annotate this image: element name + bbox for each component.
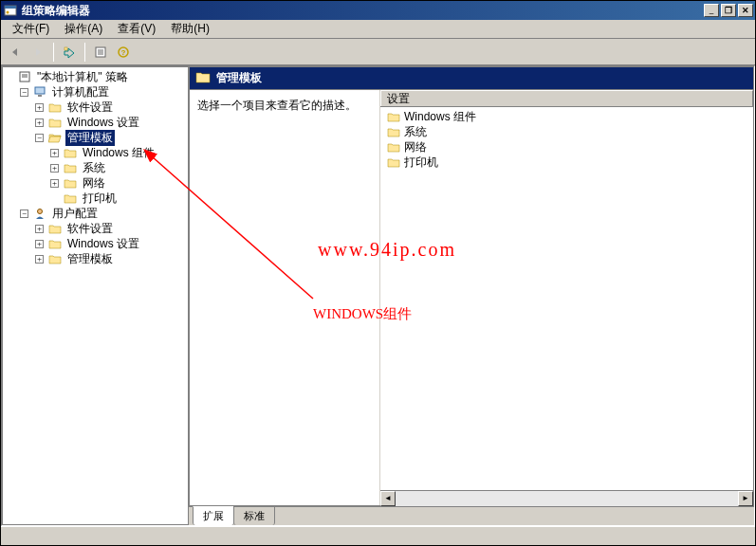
tabs: 扩展 标准: [189, 506, 754, 525]
menu-view[interactable]: 查看(V): [110, 19, 163, 39]
expand-icon[interactable]: +: [35, 103, 44, 112]
svg-rect-14: [38, 95, 42, 97]
collapse-icon[interactable]: −: [35, 134, 44, 142]
window-title: 组策略编辑器: [22, 3, 704, 19]
properties-button[interactable]: [90, 42, 111, 63]
tree-printers[interactable]: 打印机: [50, 191, 186, 206]
tree-software-settings[interactable]: +软件设置: [35, 100, 186, 115]
tree-label: "本地计算机" 策略: [35, 69, 130, 85]
titlebar: 组策略编辑器 _ ❐ ✕: [1, 1, 755, 20]
svg-rect-3: [65, 47, 67, 50]
tree-label-selected: 管理模板: [65, 130, 115, 146]
tree-label: 软件设置: [65, 221, 115, 237]
tree-spacer: [50, 194, 59, 203]
tree-user-software-settings[interactable]: +软件设置: [35, 221, 186, 236]
tree-label: 计算机配置: [50, 84, 111, 100]
list-item-network[interactable]: 网络: [382, 139, 751, 155]
list-item-system[interactable]: 系统: [382, 124, 751, 139]
right-header: 管理模板: [189, 66, 754, 89]
svg-rect-13: [35, 87, 45, 94]
tree-computer-config[interactable]: − 计算机配置: [20, 84, 186, 100]
tab-extended[interactable]: 扩展: [193, 506, 234, 525]
list-body[interactable]: Windows 组件 系统 网络 打印机: [380, 107, 753, 490]
folder-icon: [63, 191, 78, 205]
tree-label: Windows 组件: [81, 145, 157, 161]
scroll-right-button[interactable]: ►: [738, 491, 753, 506]
back-button[interactable]: [5, 42, 26, 63]
expand-icon[interactable]: +: [50, 164, 59, 173]
expand-icon[interactable]: +: [35, 225, 44, 233]
list-item-windows-components[interactable]: Windows 组件: [382, 109, 751, 124]
maximize-button[interactable]: ❐: [721, 4, 736, 17]
tree-label: Windows 设置: [65, 115, 141, 131]
expand-icon[interactable]: +: [35, 255, 44, 264]
collapse-icon[interactable]: −: [20, 88, 28, 97]
tree-user-config[interactable]: −用户配置: [20, 206, 186, 221]
tree-admin-templates[interactable]: −管理模板: [35, 130, 186, 145]
tree-label: 软件设置: [65, 100, 115, 116]
app-icon: [3, 3, 18, 18]
computer-icon: [32, 85, 47, 99]
svg-point-15: [38, 209, 43, 214]
tree-spacer: [5, 73, 13, 82]
svg-text:?: ?: [121, 48, 126, 57]
column-header-settings[interactable]: 设置: [380, 90, 753, 106]
folder-icon: [63, 146, 78, 159]
right-panel: 管理模板 选择一个项目来查看它的描述。 设置 Windows 组件 系统 网络 …: [189, 66, 754, 525]
list-header[interactable]: 设置: [380, 90, 753, 107]
statusbar: [1, 526, 755, 545]
expand-icon[interactable]: +: [35, 240, 44, 248]
tree-root[interactable]: "本地计算机" 策略: [5, 69, 186, 84]
up-button[interactable]: [59, 42, 80, 63]
list-item-printers[interactable]: 打印机: [382, 155, 751, 170]
help-button[interactable]: ?: [113, 42, 134, 63]
user-icon: [32, 207, 47, 220]
tree-user-admin-templates[interactable]: +管理模板: [35, 251, 186, 266]
folder-icon: [63, 176, 78, 190]
list-item-label: Windows 组件: [404, 109, 476, 125]
tab-standard[interactable]: 标准: [233, 506, 275, 525]
tree-windows-settings[interactable]: +Windows 设置: [35, 115, 186, 130]
folder-icon: [386, 140, 401, 154]
folder-icon: [47, 100, 63, 114]
scroll-track[interactable]: [396, 491, 738, 506]
tree-network[interactable]: +网络: [50, 175, 186, 191]
folder-icon: [195, 70, 211, 86]
forward-button[interactable]: [28, 42, 48, 63]
scroll-left-button[interactable]: ◄: [380, 491, 396, 506]
menu-help[interactable]: 帮助(H): [163, 19, 217, 39]
close-button[interactable]: ✕: [738, 4, 753, 17]
folder-icon: [47, 237, 63, 250]
tree-system[interactable]: +系统: [50, 160, 186, 175]
menubar: 文件(F) 操作(A) 查看(V) 帮助(H): [1, 20, 755, 39]
folder-icon: [386, 110, 401, 123]
folder-icon: [63, 161, 78, 174]
tree-label: 用户配置: [50, 206, 100, 222]
description-text: 选择一个项目来查看它的描述。: [197, 99, 357, 112]
tree-label: 系统: [81, 160, 107, 176]
tree-label: Windows 设置: [65, 236, 141, 252]
description-pane: 选择一个项目来查看它的描述。: [190, 90, 379, 505]
right-header-title: 管理模板: [216, 70, 262, 86]
policy-icon: [17, 70, 32, 83]
horizontal-scrollbar[interactable]: ◄ ►: [380, 490, 753, 505]
list-item-label: 网络: [404, 139, 427, 155]
menu-action[interactable]: 操作(A): [57, 19, 110, 39]
folder-open-icon: [47, 131, 63, 144]
svg-rect-1: [5, 6, 16, 9]
folder-icon: [47, 222, 63, 235]
svg-point-2: [7, 11, 9, 14]
tree-label: 打印机: [81, 191, 119, 207]
expand-icon[interactable]: +: [50, 149, 59, 157]
expand-icon[interactable]: +: [35, 118, 44, 127]
collapse-icon[interactable]: −: [20, 209, 28, 218]
folder-icon: [47, 252, 63, 265]
menu-file[interactable]: 文件(F): [5, 19, 57, 39]
tree-panel[interactable]: "本地计算机" 策略 − 计算机配置 +软件设置: [2, 66, 189, 525]
tree-user-windows-settings[interactable]: +Windows 设置: [35, 236, 186, 251]
list-item-label: 打印机: [404, 155, 438, 171]
tree-windows-components[interactable]: +Windows 组件: [50, 145, 186, 160]
minimize-button[interactable]: _: [704, 4, 719, 17]
list-item-label: 系统: [404, 124, 427, 140]
expand-icon[interactable]: +: [50, 179, 59, 188]
